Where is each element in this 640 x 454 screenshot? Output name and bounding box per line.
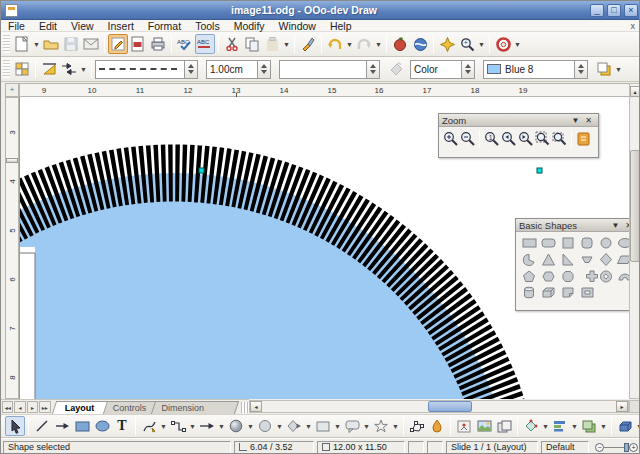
line-arrow-end-icon[interactable] [52, 416, 72, 436]
rotate-dropdown-icon[interactable]: ▼ [541, 416, 550, 436]
zoom-previous-icon[interactable] [500, 131, 517, 148]
ellipse-icon[interactable] [92, 416, 112, 436]
arrow-style-icon[interactable] [59, 59, 79, 79]
from-file-icon[interactable] [474, 416, 494, 436]
save-icon[interactable] [61, 34, 81, 54]
tab-layout[interactable]: Layout [52, 401, 108, 414]
line-dialog-icon[interactable] [39, 59, 59, 79]
alignment-icon[interactable] [550, 416, 570, 436]
document-close-icon[interactable]: x [631, 21, 636, 31]
menu-edit[interactable]: Edit [32, 20, 64, 32]
zoom-panel[interactable]: Zoom ▼ ✕ 1 [438, 113, 599, 158]
toolbar-grip[interactable] [3, 35, 10, 53]
undo-dropdown-icon[interactable]: ▼ [345, 34, 354, 54]
title-bar[interactable]: image11.odg - OOo-dev Draw _ □ × [1, 1, 640, 20]
shadow-icon[interactable] [594, 59, 614, 79]
line-style-select[interactable] [95, 60, 185, 79]
scroll-left-icon[interactable]: ◂ [250, 401, 262, 412]
zoom-slider[interactable]: − + [595, 443, 638, 452]
scroll-up-icon[interactable]: ▴ [630, 86, 640, 97]
connector-dropdown-icon[interactable]: ▼ [188, 416, 197, 436]
fill-color-stepper[interactable] [575, 60, 588, 79]
menu-format[interactable]: Format [141, 20, 188, 32]
last-slide-icon[interactable]: ▸▸ [39, 401, 50, 413]
email-document-icon[interactable] [81, 34, 101, 54]
redo-dropdown-icon[interactable]: ▼ [374, 34, 383, 54]
toolbar-options-icon[interactable]: ▼ [614, 59, 623, 79]
arrange-dropdown-icon[interactable]: ▼ [599, 416, 608, 436]
selection-handle-left[interactable] [199, 168, 204, 173]
maximize-button[interactable]: □ [607, 4, 621, 17]
lines-and-arrows-icon[interactable] [197, 416, 217, 436]
basic-shapes-titlebar[interactable]: Basic Shapes ▼ ✕ [516, 219, 638, 232]
cut-icon[interactable] [222, 34, 242, 54]
zoom-object-icon[interactable] [575, 131, 592, 148]
rectangle-icon[interactable] [72, 416, 92, 436]
select-icon[interactable] [5, 416, 25, 436]
arrow-style-dropdown-icon[interactable]: ▼ [79, 59, 88, 79]
connector-icon[interactable] [168, 416, 188, 436]
horizontal-scroll-thumb[interactable] [428, 401, 472, 412]
symbol-shapes-dropdown-icon[interactable]: ▼ [304, 416, 313, 436]
area-dialog-icon[interactable] [386, 59, 406, 79]
basic-shapes-panel[interactable]: Basic Shapes ▼ ✕ [515, 218, 639, 311]
ruler-corner[interactable]: + [5, 83, 19, 97]
page-width-icon[interactable] [551, 131, 568, 148]
flowchart-dropdown-icon[interactable]: ▼ [333, 416, 342, 436]
flowchart-icon[interactable] [313, 416, 333, 436]
paste-dropdown-icon[interactable]: ▼ [282, 34, 291, 54]
fill-type-stepper[interactable] [462, 60, 475, 79]
line-width-stepper[interactable] [258, 60, 271, 79]
basic-shapes-dropdown-icon[interactable]: ▼ [275, 416, 284, 436]
tab-splitter[interactable] [241, 402, 249, 413]
line-color-stepper[interactable] [367, 60, 380, 79]
format-paintbrush-icon[interactable] [298, 34, 318, 54]
zoom-in-icon[interactable] [442, 131, 459, 148]
fontwork-gallery-icon[interactable] [454, 416, 474, 436]
status-style[interactable]: Default [541, 441, 589, 454]
zoom-out-icon[interactable] [459, 131, 476, 148]
status-slide[interactable]: Slide 1 / 1 (Layout) [446, 441, 538, 454]
menu-file[interactable]: File [1, 20, 32, 32]
gallery-frames-icon[interactable] [494, 416, 514, 436]
export-pdf-icon[interactable] [128, 34, 148, 54]
toolbar-options-icon[interactable]: ▼ [513, 34, 522, 54]
styles-icon[interactable] [12, 59, 32, 79]
next-slide-icon[interactable]: ▸ [27, 401, 38, 413]
toolbar-grip[interactable] [3, 60, 10, 78]
text-icon[interactable]: T [112, 416, 132, 436]
minimize-button[interactable]: _ [590, 4, 604, 17]
scroll-right-icon[interactable]: ▸ [616, 401, 628, 412]
line-style-stepper[interactable] [185, 60, 198, 79]
horizontal-ruler[interactable]: 9 10 11 12 13 14 15 16 17 18 19 [19, 83, 629, 97]
stars-dropdown-icon[interactable]: ▼ [391, 416, 400, 436]
zoom-out-slider-icon[interactable]: − [595, 443, 604, 452]
first-slide-icon[interactable]: ◂◂ [2, 401, 13, 413]
previous-slide-icon[interactable]: ◂ [14, 401, 25, 413]
toolbar-options-icon[interactable]: ▼ [635, 416, 640, 436]
curve-icon[interactable] [139, 416, 159, 436]
basic-shapes-dropdown-icon[interactable]: ▼ [608, 221, 622, 230]
basic-shapes-icon[interactable] [255, 416, 275, 436]
glue-points-icon[interactable] [427, 416, 447, 436]
menu-view[interactable]: View [64, 20, 101, 32]
zoom-panel-titlebar[interactable]: Zoom ▼ ✕ [439, 114, 598, 127]
close-button[interactable]: × [624, 4, 638, 17]
fill-type-select[interactable]: Color [410, 60, 462, 79]
basic-shapes-grid[interactable] [520, 235, 634, 305]
zoom-100-icon[interactable]: 1 [483, 131, 500, 148]
line-color-select[interactable] [279, 60, 367, 79]
undo-icon[interactable] [325, 34, 345, 54]
spellcheck-icon[interactable]: ABC [175, 34, 195, 54]
3d-objects-icon[interactable] [226, 416, 246, 436]
entire-page-icon[interactable] [534, 131, 551, 148]
callouts-dropdown-icon[interactable]: ▼ [362, 416, 371, 436]
edit-file-icon[interactable] [108, 34, 128, 54]
lines-arrows-dropdown-icon[interactable]: ▼ [217, 416, 226, 436]
menu-help[interactable]: Help [323, 20, 359, 32]
zoom-icon[interactable]: + [457, 34, 477, 54]
curve-dropdown-icon[interactable]: ▼ [159, 416, 168, 436]
callouts-icon[interactable] [342, 416, 362, 436]
vertical-scroll-thumb[interactable] [630, 150, 640, 262]
vertical-scrollbar[interactable]: ▴ ▾ [629, 83, 640, 399]
